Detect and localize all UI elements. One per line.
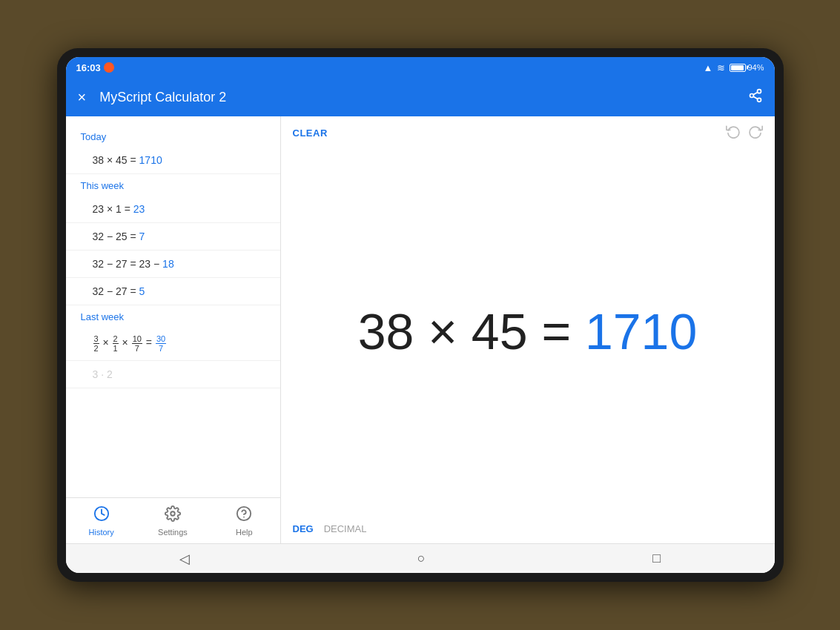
status-time: 16:03 [76,62,114,73]
status-bar: 16:03 ▲ ≋ 94% [66,57,775,78]
nav-settings[interactable]: Settings [137,501,208,541]
settings-icon [165,505,181,525]
section-today: Today [66,125,280,147]
app-bar: × MyScript Calculator 2 [66,78,775,116]
battery-percent: 94% [747,63,764,72]
calc-bottom-bar: DEG DECIMAL [281,514,775,543]
calculator-area: CLEAR [281,116,775,543]
history-item-week-3[interactable]: 32 − 27 = 23 − 18 [66,251,280,278]
calc-toolbar: CLEAR [281,116,775,149]
section-this-week: This week [66,174,280,196]
share-button[interactable] [748,88,763,107]
notification-dot [104,62,114,73]
settings-label: Settings [158,528,188,537]
svg-point-6 [171,511,175,516]
battery-fill [731,65,743,70]
history-item-week-2[interactable]: 32 − 25 = 7 [66,223,280,251]
svg-line-3 [753,96,758,99]
help-label: Help [236,528,253,537]
android-nav-bar: ◁ ○ □ [66,543,775,573]
calc-display: 38 × 45 = 1710 [281,149,775,514]
app-title: MyScript Calculator 2 [99,90,747,105]
help-icon [236,505,252,525]
nav-help[interactable]: Help [208,501,280,541]
tablet-screen: 16:03 ▲ ≋ 94% × MyScript Calculator 2 [66,57,775,573]
calc-equation: 38 × 45 = [358,303,585,359]
back-button[interactable]: ◁ [168,548,202,570]
undo-button[interactable] [726,124,741,142]
history-item-week-1[interactable]: 23 × 1 = 23 [66,196,280,223]
status-right: ▲ ≋ 94% [704,62,764,73]
history-item-lastweek-1[interactable]: 32 × 21 × 107 = 307 [66,327,280,361]
wifi-icon: ≋ [717,62,725,73]
recents-button[interactable]: □ [641,548,672,569]
history-list[interactable]: Today 38 × 45 = 1710 This week 23 × 1 = … [66,116,280,497]
sidebar-bottom-nav: History Settings [66,497,280,543]
clear-button[interactable]: CLEAR [293,127,328,139]
redo-button[interactable] [748,124,763,142]
history-item-week-4[interactable]: 32 − 27 = 5 [66,278,280,305]
sidebar: Today 38 × 45 = 1710 This week 23 × 1 = … [66,116,281,543]
signal-icon: ▲ [704,62,713,73]
angle-mode[interactable]: DEG [293,523,314,534]
undo-redo-group [726,124,763,142]
main-content: Today 38 × 45 = 1710 This week 23 × 1 = … [66,116,775,543]
history-label: History [89,528,114,537]
home-button[interactable]: ○ [406,548,437,569]
history-icon [93,505,110,525]
history-item-lastweek-2[interactable]: 3 · 2 [66,361,280,388]
calc-result: 1710 [585,303,697,359]
calc-expression-display: 38 × 45 = 1710 [358,302,698,360]
history-item-today-1[interactable]: 38 × 45 = 1710 [66,147,280,174]
battery-icon [730,64,746,72]
close-button[interactable]: × [78,90,87,105]
decimal-mode[interactable]: DECIMAL [324,523,367,534]
svg-line-4 [753,92,758,94]
battery-container: 94% [730,63,764,72]
tablet-device: 16:03 ▲ ≋ 94% × MyScript Calculator 2 [57,48,784,582]
nav-history[interactable]: History [66,501,137,541]
section-last-week: Last week [66,305,280,327]
